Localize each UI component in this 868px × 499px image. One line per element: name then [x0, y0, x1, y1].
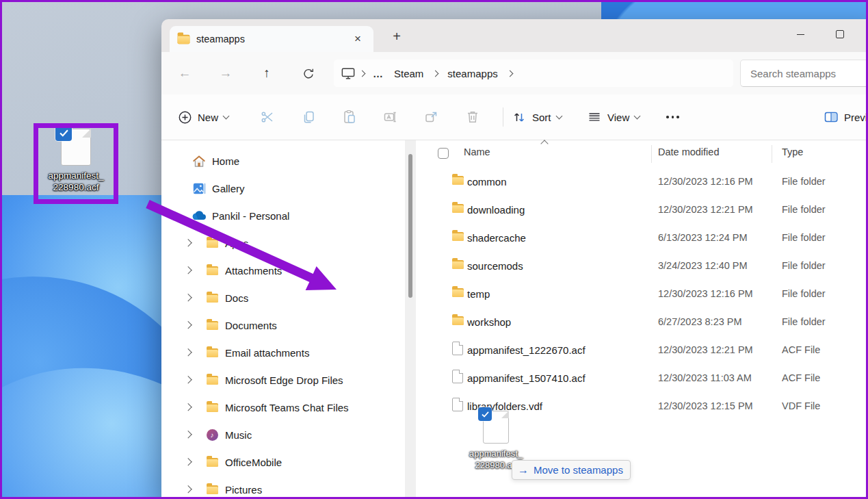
sidebar-item-attachments[interactable]: Attachments [161, 257, 404, 284]
share-button[interactable] [423, 94, 440, 140]
file-row-type: File folder [782, 288, 826, 299]
minimize-icon [797, 34, 804, 35]
checkbox-checked-icon [478, 407, 492, 421]
refresh-button[interactable] [297, 62, 319, 84]
paste-icon [341, 109, 358, 125]
wallpaper-bloom [0, 195, 161, 499]
more-options-button[interactable] [666, 94, 679, 140]
breadcrumb-steam[interactable]: Steam [389, 68, 429, 79]
sidebar-item-label: Microsoft Teams Chat Files [225, 402, 349, 413]
sidebar-item-apps[interactable]: Apps [161, 229, 404, 257]
file-row[interactable]: downloading 12/30/2023 12:21 PM File fol… [417, 195, 868, 223]
file-row[interactable]: temp 12/30/2023 12:16 PM File folder [417, 279, 868, 307]
forward-button[interactable]: → [215, 62, 237, 84]
file-row[interactable]: sourcemods 3/24/2023 12:40 PM File folde… [417, 251, 868, 279]
breadcrumb-ellipsis[interactable]: … [369, 68, 389, 79]
share-icon [423, 109, 440, 125]
sort-button[interactable]: Sort [512, 94, 562, 140]
sidebar-item-label: Gallery [212, 183, 245, 194]
minimize-button[interactable] [785, 19, 816, 49]
view-button[interactable]: View [587, 94, 640, 140]
file-icon [452, 370, 463, 386]
file-row-type: File folder [782, 260, 826, 271]
column-header-name[interactable]: Name [464, 146, 490, 157]
sidebar-item-documents[interactable]: Documents [161, 311, 404, 339]
file-row[interactable]: appmanifest_1507410.acf 12/30/2023 11:03… [417, 363, 868, 392]
breadcrumb-chevron-icon[interactable] [506, 70, 513, 77]
plus-circle-icon [178, 110, 192, 125]
preview-button[interactable]: Preview [824, 94, 868, 140]
file-row[interactable]: common 12/30/2023 12:16 PM File folder [417, 167, 868, 195]
navigation-pane: Home Gallery Pankil - Personal Apps Atta… [161, 140, 404, 499]
rename-button[interactable] [382, 94, 399, 140]
chevron-right-icon[interactable] [181, 240, 195, 246]
sidebar-item-microsoft-edge-drop-files[interactable]: Microsoft Edge Drop Files [161, 366, 404, 394]
sidebar-scrollbar[interactable] [405, 140, 416, 499]
toolbar-separator [503, 107, 503, 127]
breadcrumb-chevron-icon[interactable] [359, 70, 366, 77]
file-row-name: sourcemods [467, 259, 523, 271]
file-row[interactable]: shadercache 6/13/2023 12:24 PM File fold… [417, 223, 868, 251]
up-button[interactable]: ↑ [256, 62, 278, 84]
column-header-type[interactable]: Type [782, 146, 803, 157]
breadcrumb-steamapps[interactable]: steamapps [442, 68, 503, 79]
column-divider[interactable] [772, 145, 772, 163]
folder-icon [205, 239, 220, 248]
home-icon [192, 155, 207, 168]
file-row-name: workshop [467, 316, 511, 327]
copy-button[interactable] [300, 94, 317, 140]
paste-button[interactable] [341, 94, 358, 140]
chevron-right-icon[interactable] [181, 295, 195, 300]
maximize-button[interactable] [824, 19, 856, 49]
tab-close-icon[interactable]: × [350, 32, 365, 46]
back-button[interactable]: ← [174, 62, 196, 84]
chevron-right-icon[interactable] [181, 405, 195, 410]
delete-button[interactable] [464, 94, 481, 140]
sidebar-item-label: Attachments [225, 265, 282, 277]
sidebar-item-officemobile[interactable]: OfficeMobile [161, 448, 404, 476]
sidebar-item-label: Home [212, 155, 239, 167]
tab-steamapps[interactable]: steamapps × [170, 26, 373, 52]
more-icon [666, 116, 679, 118]
select-all-checkbox[interactable] [438, 148, 449, 159]
tab-title: steamapps [196, 34, 350, 44]
view-button-label: View [607, 112, 629, 123]
file-row-date: 12/30/2023 12:16 PM [658, 288, 753, 299]
file-page-icon [483, 411, 509, 444]
new-tab-button[interactable]: + [387, 29, 406, 44]
chevron-right-icon[interactable] [181, 432, 195, 437]
sidebar-item-docs[interactable]: Docs [161, 284, 404, 311]
file-row[interactable]: workshop 6/27/2023 8:23 PM File folder [417, 307, 868, 335]
sidebar-item-microsoft-teams-chat-files[interactable]: Microsoft Teams Chat Files [161, 394, 404, 421]
gallery-icon [192, 183, 207, 194]
column-divider[interactable] [651, 145, 652, 163]
chevron-down-icon[interactable] [168, 213, 182, 218]
this-pc-icon[interactable] [341, 66, 356, 80]
ghost-label-line1: appmanifest_ [451, 448, 540, 459]
sidebar-item-pankil-personal[interactable]: Pankil - Personal [161, 202, 404, 229]
chevron-right-icon[interactable] [181, 322, 195, 328]
sort-button-label: Sort [532, 112, 551, 123]
folder-icon [452, 316, 464, 328]
chevron-right-icon[interactable] [181, 268, 195, 273]
cut-button[interactable] [259, 94, 276, 140]
sidebar-item-home[interactable]: Home [161, 147, 404, 175]
new-button[interactable]: New [178, 94, 228, 140]
sidebar-item-pictures[interactable]: Pictures [161, 476, 404, 499]
column-header-date[interactable]: Date modified [658, 146, 719, 157]
chevron-right-icon[interactable] [181, 459, 195, 465]
wallpaper-bloom-top-right [601, 0, 868, 19]
sidebar-item-gallery[interactable]: Gallery [161, 175, 404, 202]
breadcrumb-chevron-icon[interactable] [432, 70, 439, 77]
chevron-right-icon[interactable] [181, 350, 195, 355]
sidebar-item-label: Email attachments [225, 347, 309, 359]
sidebar-item-music[interactable]: ♪ Music [161, 421, 404, 448]
scrollbar-thumb[interactable] [408, 154, 412, 298]
folder-icon [205, 485, 220, 494]
chevron-right-icon[interactable] [181, 487, 195, 492]
screenshot-root: appmanifest_ 228980.acf steamapps × + ← … [0, 0, 868, 499]
chevron-right-icon[interactable] [181, 377, 195, 383]
search-input[interactable] [740, 60, 868, 87]
file-row[interactable]: appmanifest_1222670.acf 12/30/2023 12:21… [417, 335, 868, 363]
sidebar-item-email-attachments[interactable]: Email attachments [161, 339, 404, 366]
